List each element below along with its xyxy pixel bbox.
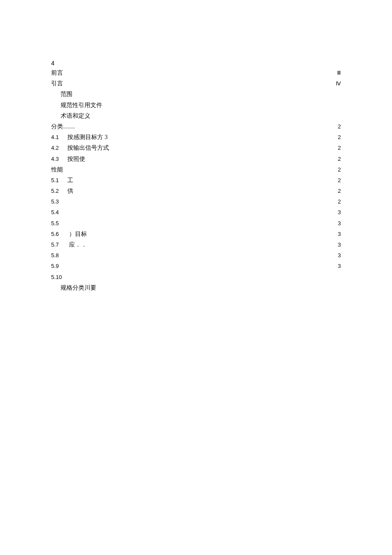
toc-number: 4.1 (51, 132, 67, 142)
toc-label: 规格分类川要 (61, 285, 96, 291)
toc-row: 5.6 ）目标3 (51, 229, 341, 239)
toc-page: 3 (338, 261, 341, 271)
toc-number: 5.1 (51, 175, 67, 185)
toc-entry: 4.1按感测目标方 3 (51, 132, 108, 142)
toc-entry: 性能 (51, 164, 63, 175)
toc-page: 2 (338, 186, 341, 196)
toc-page: 3 (338, 250, 341, 260)
toc-number: 4.2 (51, 143, 67, 153)
toc-row: 4.2按输出信号方式2 (51, 142, 341, 153)
toc-row: 5.2供2 (51, 186, 341, 196)
toc-label: 前言 (51, 70, 63, 76)
toc-entry: 5.9 (51, 261, 67, 271)
toc-number: 5.4 (51, 207, 67, 217)
toc-label: 术语和定义 (61, 113, 90, 119)
toc-entry: 术语和定义 (51, 110, 90, 121)
toc-row: 5.32 (51, 196, 341, 207)
toc-label: 工 (67, 177, 73, 183)
toc-entry: 前言 (51, 67, 63, 78)
toc-page: Ⅲ (337, 68, 341, 78)
toc-label: 按输出信号方式 (67, 145, 109, 151)
toc-row: 规范性引用文件 (51, 100, 341, 110)
toc-row: 4.1按感测目标方 32 (51, 132, 341, 142)
toc-page: 3 (338, 229, 341, 239)
toc-entry: 引言 (51, 78, 63, 89)
toc-number: 5.6 (51, 229, 67, 239)
toc-row: 5.93 (51, 261, 341, 271)
toc-number: 4.3 (51, 154, 67, 164)
toc-row: 性能2 (51, 164, 341, 175)
toc-number: 5.2 (51, 186, 67, 196)
toc-row: 前言Ⅲ (51, 67, 341, 78)
toc-entry: 4.2按输出信号方式 (51, 142, 109, 153)
toc-entry: 规范性引用文件 (51, 100, 102, 110)
page-marker: 4 (51, 60, 55, 67)
toc-entry: 5.8 (51, 250, 67, 261)
toc-row: 规格分类川要 (51, 282, 341, 293)
toc-row: 5.10 (51, 272, 341, 282)
toc-entry: 5.4 (51, 207, 67, 218)
toc-entry: 规格分类川要 (51, 282, 96, 293)
toc-label: 规范性引用文件 (61, 102, 102, 108)
toc-row: 5.1工2 (51, 175, 341, 186)
toc-label: 按照使 (67, 156, 85, 162)
toc-label: 性能 (51, 166, 63, 173)
toc-page: 3 (338, 207, 341, 217)
toc-entry: 5.2供 (51, 186, 73, 196)
toc-number: 5.10 (51, 272, 67, 282)
toc-page: 2 (338, 197, 341, 206)
toc-label: 供 (67, 188, 73, 194)
toc-number: 5.8 (51, 250, 67, 260)
toc-label: 按感测目标方 3 (67, 134, 108, 140)
toc-label: 引言 (51, 80, 63, 87)
toc-label: 应．． (67, 241, 87, 248)
toc-entry: 4.3按照使 (51, 154, 85, 164)
toc-number: 5.7 (51, 240, 67, 250)
toc-row: 4.3按照使2 (51, 154, 341, 164)
toc-row: 5.7 应．．3 (51, 239, 341, 250)
toc-number: 5.3 (51, 197, 67, 206)
toc-entry: 5.3 (51, 196, 67, 207)
toc-row: 5.43 (51, 207, 341, 218)
toc-row: 5.83 (51, 250, 341, 261)
toc-page: 2 (338, 175, 341, 185)
toc-label: 范围 (61, 91, 72, 97)
toc-number: 5.5 (51, 218, 67, 228)
toc-page: 2 (338, 143, 341, 153)
toc-page: 2 (338, 165, 341, 174)
toc-row: 分类……2 (51, 121, 341, 132)
toc-label: 分类…… (51, 123, 75, 130)
toc-number: 5.9 (51, 261, 67, 271)
toc-row: 5.53 (51, 218, 341, 229)
toc-page: 2 (338, 122, 341, 131)
toc-entry: 5.6 ）目标 (51, 229, 87, 239)
toc-entry: 分类…… (51, 121, 75, 132)
table-of-contents: 前言Ⅲ引言Ⅳ范围规范性引用文件术语和定义分类……24.1按感测目标方 324.2… (51, 67, 341, 293)
toc-page: 3 (338, 240, 341, 250)
toc-entry: 5.5 (51, 218, 67, 229)
toc-row: 术语和定义 (51, 110, 341, 121)
toc-entry: 范围 (51, 89, 72, 99)
toc-page: 3 (338, 218, 341, 228)
toc-row: 范围 (51, 89, 341, 99)
toc-page: 2 (338, 132, 341, 142)
toc-page: Ⅳ (336, 78, 341, 88)
toc-label: ）目标 (67, 231, 87, 237)
toc-entry: 5.10 (51, 272, 67, 282)
toc-row: 引言Ⅳ (51, 78, 341, 89)
toc-entry: 5.1工 (51, 175, 73, 186)
toc-page: 2 (338, 154, 341, 164)
toc-entry: 5.7 应．． (51, 239, 87, 250)
